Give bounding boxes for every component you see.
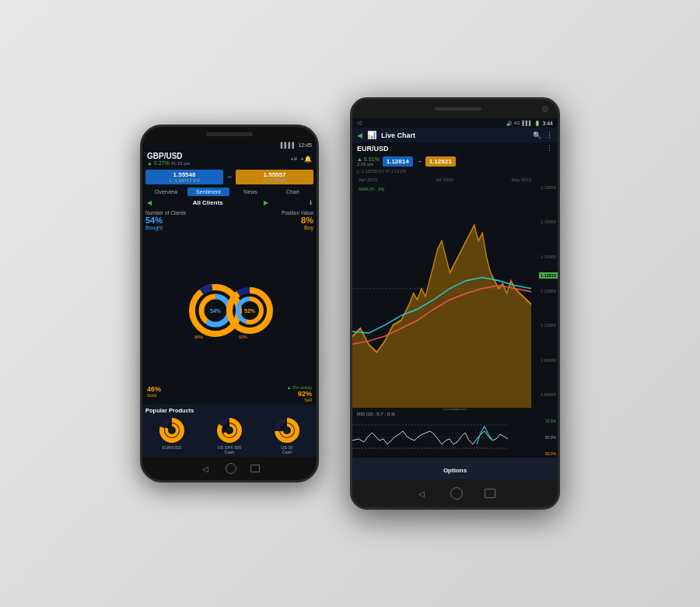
- phone1-screen: ▌▌▌▌ 12:45 GBP/USD ▲ 0.27% 41.15 pts +≡ …: [142, 141, 317, 457]
- pp-item-us30: US 30 Cash: [273, 416, 301, 454]
- pp-item-spx: US SPX 500 Cash: [215, 416, 243, 454]
- phone1-list-icon[interactable]: +≡: [290, 156, 297, 163]
- svg-text:92%: 92%: [239, 335, 247, 339]
- phone2-toolbar-icons: 🔍 ⋮: [533, 132, 553, 139]
- pp-label-spx: US SPX 500 Cash: [218, 445, 242, 454]
- phone2-prices-row: ▲ 0.01% 2.05 pts 1.12814 → 1.12821: [352, 155, 558, 168]
- phone1-prev-clients[interactable]: ◀: [147, 199, 152, 206]
- phone2-back-icon[interactable]: ◀: [357, 132, 362, 139]
- phone2-change: ▲ 0.01% 2.05 pts: [357, 156, 380, 167]
- phone2-barchart-icon: 📊: [367, 131, 376, 139]
- phone2-recent-btn[interactable]: [485, 489, 495, 498]
- phone2-rsi-svg: [352, 417, 508, 458]
- phone1-pair: GBP/USD: [147, 152, 190, 160]
- phone1-sentiment-bottom: 46% Sold ▲ 2% today 92% Sell: [145, 385, 313, 402]
- phone1-home-btn[interactable]: [226, 463, 236, 474]
- phone1-signal: ▌▌▌▌: [281, 142, 296, 148]
- svg-text:90%: 90%: [194, 335, 203, 339]
- phone1-status-bar: ▌▌▌▌ 12:45: [142, 141, 317, 149]
- phone2-back-btn[interactable]: ◁: [415, 486, 429, 500]
- phone2-camera: [542, 106, 548, 112]
- pp-donut-spx: [215, 416, 243, 444]
- phone1-pp-items: EUR/USD US SPX 500 Cash: [145, 416, 313, 454]
- phone2-pair-menu[interactable]: ⋮: [546, 145, 553, 153]
- phone1-back-btn[interactable]: ◁: [199, 462, 212, 475]
- phone1-clients-header: ◀ All Clients ▶ ℹ: [142, 198, 317, 208]
- tab-news[interactable]: News: [230, 188, 271, 196]
- phone2-toolbar: ◀ 📊 Live Chart 🔍 ⋮: [352, 128, 558, 142]
- phone2-options-area: Options: [352, 458, 558, 479]
- phone2-top-bezel: [352, 100, 558, 118]
- phone1-change: ▲ 0.27% 41.15 pts: [147, 160, 190, 166]
- phone1-header-icons: +≡ +🔔: [290, 156, 312, 163]
- phone2-back-indicator: ◁: [357, 120, 361, 126]
- pp-item-eurusd: EUR/USD: [158, 416, 186, 454]
- phone1-recent-btn[interactable]: [250, 465, 260, 472]
- phone2-chart-xlabels: Apr 2015 Jul 2015 Sep 2015: [359, 177, 531, 182]
- tab-chart[interactable]: Chart: [272, 188, 313, 196]
- pp-donut-us30: [273, 416, 301, 444]
- phone1-device: ▌▌▌▌ 12:45 GBP/USD ▲ 0.27% 41.15 pts +≡ …: [140, 125, 319, 482]
- pp-donut-eurusd: [158, 416, 186, 444]
- phone1-sentiment-labels: Number of Clients 54% Bought Position Va…: [145, 210, 313, 230]
- svg-text:52%: 52%: [244, 308, 256, 314]
- phone1-alarm-icon[interactable]: +🔔: [300, 156, 312, 163]
- phone2-current-price: 1.12815: [539, 272, 558, 279]
- phone2-search-icon[interactable]: 🔍: [533, 132, 541, 139]
- phone1-speaker: [206, 132, 253, 136]
- phone2-pair-bar: EUR/USD ⋮: [352, 142, 558, 155]
- phone2-bottom-bezel: ◁: [352, 479, 558, 507]
- phone2-screen: ◁ 🔊 4G ▌▌▌ 🔋 3:44 ◀ 📊 Live Chart 🔍 ⋮: [352, 118, 558, 479]
- phone1-sell-price[interactable]: 1.55548 L: 1.54717 0.9: [145, 170, 223, 184]
- phone1-time: 12:45: [298, 142, 312, 148]
- phone1-prices: 1.55548 L: 1.54717 0.9 ↔ 1.55557 H: 1.55…: [142, 168, 317, 186]
- pp-label-us30: US 30 Cash: [281, 445, 292, 454]
- phone2-home-btn[interactable]: [450, 487, 463, 500]
- svg-marker-25: [352, 225, 531, 408]
- phone2-chart-svg: [352, 185, 531, 408]
- phone1-top-bezel: [142, 127, 317, 141]
- phone2-rsi-area: 70.0% 50.0% 30.0%: [352, 417, 558, 458]
- phone1-header: GBP/USD ▲ 0.27% 41.15 pts +≡ +🔔: [142, 149, 317, 168]
- phone1-popular-products: Popular Products EUR/USD: [142, 405, 317, 457]
- phone2-speaker: [435, 107, 481, 111]
- phone1-sentiment: Number of Clients 54% Bought Position Va…: [142, 208, 317, 405]
- phone1-next-clients[interactable]: ▶: [264, 199, 268, 206]
- tab-overview[interactable]: Overview: [145, 188, 187, 196]
- phone2-rsi-label: RSI (10 ; 0.7 ; 0.3): [352, 411, 558, 417]
- phone2-rsi-levels: 70.0% 50.0% 30.0%: [545, 419, 556, 456]
- svg-text:54%: 54%: [210, 308, 222, 314]
- phone1-buy-price[interactable]: 1.55557 H: 1.55688: [236, 170, 313, 184]
- phone1-info-icon[interactable]: ℹ: [310, 199, 312, 206]
- phone1-donut-area: 54% 52% 90% 92%: [145, 232, 313, 385]
- phone2-status-bar: ◁ 🔊 4G ▌▌▌ 🔋 3:44: [352, 118, 558, 128]
- phone1-bottom-bezel: ◁: [142, 457, 317, 480]
- phone2-device: ◁ 🔊 4G ▌▌▌ 🔋 3:44 ◀ 📊 Live Chart 🔍 ⋮: [350, 97, 560, 510]
- phone1-tabs: Overview Sentiment News Chart: [142, 186, 317, 198]
- phone2-chart-ylabels: 1.18000 1.16000 1.14000 1.12000 1.10000 …: [541, 185, 556, 397]
- phone2-menu-icon[interactable]: ⋮: [546, 132, 553, 139]
- phone2-price-detail: L: 1.12536 0.7 H: 1.13105: [352, 168, 558, 174]
- phone2-time: 3:44: [542, 121, 553, 126]
- phone2-chart-area: Apr 2015 Jul 2015 Sep 2015 1.18000 1.160…: [352, 174, 558, 408]
- scene: ▌▌▌▌ 12:45 GBP/USD ▲ 0.27% 41.15 pts +≡ …: [0, 0, 700, 607]
- phone2-options-button[interactable]: Options: [443, 467, 467, 474]
- phone2-status-icons: 🔊 4G ▌▌▌ 🔋 3:44: [506, 121, 553, 126]
- phone2-sell-price[interactable]: 1.12814: [383, 156, 413, 167]
- phone2-buy-price[interactable]: 1.12821: [425, 156, 456, 167]
- tab-sentiment[interactable]: Sentiment: [187, 188, 229, 196]
- phone1-sentiment-chart: 54% 52% 90% 92%: [183, 278, 276, 340]
